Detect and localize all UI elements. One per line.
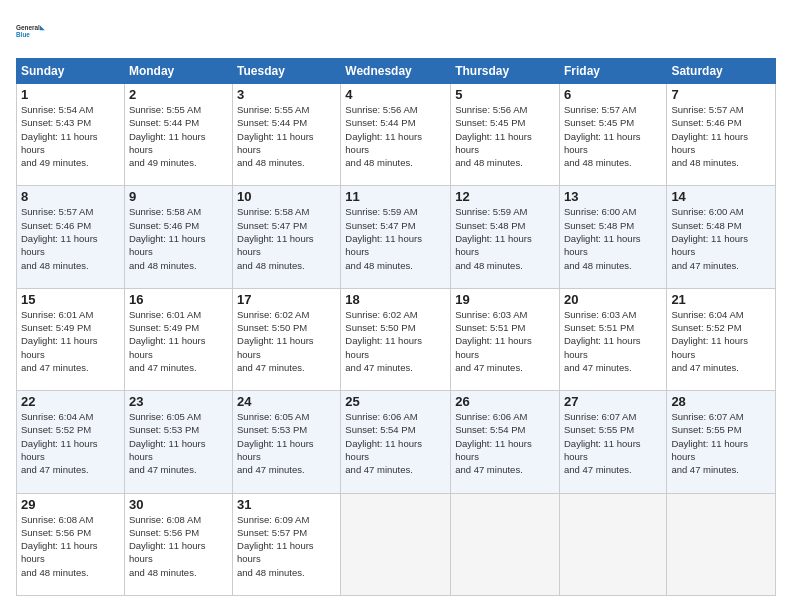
day-info-line: Daylight: 11 hours hours — [237, 437, 336, 464]
day-info-line: and 48 minutes. — [21, 566, 120, 579]
day-info: Sunrise: 6:05 AMSunset: 5:53 PMDaylight:… — [129, 410, 228, 476]
day-header-wednesday: Wednesday — [341, 59, 451, 84]
calendar-week-4: 22 Sunrise: 6:04 AMSunset: 5:52 PMDaylig… — [17, 391, 776, 493]
day-info-line: Sunrise: 6:02 AM — [237, 308, 336, 321]
calendar-week-2: 8 Sunrise: 5:57 AMSunset: 5:46 PMDayligh… — [17, 186, 776, 288]
day-info-line: Daylight: 11 hours hours — [564, 334, 662, 361]
day-info-line: Daylight: 11 hours hours — [21, 437, 120, 464]
day-number: 22 — [21, 394, 120, 409]
logo-icon: GeneralBlue — [16, 16, 48, 48]
calendar-cell: 13 Sunrise: 6:00 AMSunset: 5:48 PMDaylig… — [559, 186, 666, 288]
day-info-line: Sunrise: 6:00 AM — [564, 205, 662, 218]
day-info: Sunrise: 6:02 AMSunset: 5:50 PMDaylight:… — [345, 308, 446, 374]
day-info-line: and 47 minutes. — [564, 361, 662, 374]
day-info-line: Sunset: 5:54 PM — [345, 423, 446, 436]
day-info-line: Daylight: 11 hours hours — [237, 539, 336, 566]
day-number: 28 — [671, 394, 771, 409]
calendar-cell: 23 Sunrise: 6:05 AMSunset: 5:53 PMDaylig… — [124, 391, 232, 493]
day-info-line: Daylight: 11 hours hours — [564, 232, 662, 259]
day-number: 19 — [455, 292, 555, 307]
calendar-cell: 7 Sunrise: 5:57 AMSunset: 5:46 PMDayligh… — [667, 84, 776, 186]
day-info-line: Sunset: 5:48 PM — [564, 219, 662, 232]
day-info-line: Daylight: 11 hours hours — [129, 232, 228, 259]
day-info-line: Sunset: 5:48 PM — [455, 219, 555, 232]
day-info-line: Daylight: 11 hours hours — [671, 437, 771, 464]
day-info-line: and 47 minutes. — [21, 361, 120, 374]
day-info-line: Sunrise: 6:05 AM — [129, 410, 228, 423]
day-info-line: Sunrise: 5:57 AM — [21, 205, 120, 218]
day-info-line: Sunrise: 6:03 AM — [564, 308, 662, 321]
day-info-line: Sunrise: 6:09 AM — [237, 513, 336, 526]
calendar-cell: 12 Sunrise: 5:59 AMSunset: 5:48 PMDaylig… — [451, 186, 560, 288]
day-info-line: Daylight: 11 hours hours — [671, 232, 771, 259]
day-info-line: Daylight: 11 hours hours — [129, 539, 228, 566]
calendar-cell: 16 Sunrise: 6:01 AMSunset: 5:49 PMDaylig… — [124, 288, 232, 390]
day-info-line: Sunrise: 5:57 AM — [671, 103, 771, 116]
day-info-line: and 48 minutes. — [237, 566, 336, 579]
day-info-line: and 47 minutes. — [21, 463, 120, 476]
day-info: Sunrise: 5:55 AMSunset: 5:44 PMDaylight:… — [237, 103, 336, 169]
day-info-line: Sunset: 5:53 PM — [237, 423, 336, 436]
day-info-line: Sunset: 5:44 PM — [345, 116, 446, 129]
day-info-line: and 49 minutes. — [129, 156, 228, 169]
calendar-cell: 10 Sunrise: 5:58 AMSunset: 5:47 PMDaylig… — [233, 186, 341, 288]
day-info-line: Sunset: 5:45 PM — [455, 116, 555, 129]
day-info-line: Sunset: 5:46 PM — [21, 219, 120, 232]
day-info-line: and 48 minutes. — [455, 156, 555, 169]
svg-text:General: General — [16, 24, 40, 31]
day-info-line: and 47 minutes. — [345, 361, 446, 374]
day-info-line: Sunrise: 5:56 AM — [345, 103, 446, 116]
day-info-line: and 47 minutes. — [129, 463, 228, 476]
day-info-line: Daylight: 11 hours hours — [455, 130, 555, 157]
day-info-line: and 47 minutes. — [455, 463, 555, 476]
day-info-line: Daylight: 11 hours hours — [455, 334, 555, 361]
calendar-cell: 26 Sunrise: 6:06 AMSunset: 5:54 PMDaylig… — [451, 391, 560, 493]
calendar-cell — [341, 493, 451, 595]
day-info-line: Sunrise: 6:03 AM — [455, 308, 555, 321]
day-info: Sunrise: 6:07 AMSunset: 5:55 PMDaylight:… — [564, 410, 662, 476]
day-info-line: Sunrise: 6:02 AM — [345, 308, 446, 321]
day-header-monday: Monday — [124, 59, 232, 84]
logo: GeneralBlue — [16, 16, 48, 48]
day-info-line: Sunset: 5:46 PM — [129, 219, 228, 232]
day-info-line: Daylight: 11 hours hours — [345, 130, 446, 157]
calendar-cell: 31 Sunrise: 6:09 AMSunset: 5:57 PMDaylig… — [233, 493, 341, 595]
day-info-line: Sunrise: 5:55 AM — [129, 103, 228, 116]
day-info-line: Sunset: 5:46 PM — [671, 116, 771, 129]
calendar-cell: 14 Sunrise: 6:00 AMSunset: 5:48 PMDaylig… — [667, 186, 776, 288]
day-info-line: and 48 minutes. — [237, 259, 336, 272]
day-info-line: Daylight: 11 hours hours — [455, 232, 555, 259]
day-info: Sunrise: 5:55 AMSunset: 5:44 PMDaylight:… — [129, 103, 228, 169]
day-info-line: Sunset: 5:51 PM — [564, 321, 662, 334]
day-info-line: Sunset: 5:57 PM — [237, 526, 336, 539]
day-info-line: Sunrise: 6:08 AM — [129, 513, 228, 526]
day-info-line: Sunrise: 6:07 AM — [564, 410, 662, 423]
day-info: Sunrise: 6:04 AMSunset: 5:52 PMDaylight:… — [21, 410, 120, 476]
day-info-line: Sunset: 5:52 PM — [21, 423, 120, 436]
day-info-line: Daylight: 11 hours hours — [21, 334, 120, 361]
header: GeneralBlue — [16, 16, 776, 48]
calendar-cell — [451, 493, 560, 595]
day-info-line: and 48 minutes. — [564, 156, 662, 169]
calendar-week-1: 1 Sunrise: 5:54 AMSunset: 5:43 PMDayligh… — [17, 84, 776, 186]
day-info: Sunrise: 6:04 AMSunset: 5:52 PMDaylight:… — [671, 308, 771, 374]
day-info-line: Sunrise: 5:57 AM — [564, 103, 662, 116]
calendar-cell: 28 Sunrise: 6:07 AMSunset: 5:55 PMDaylig… — [667, 391, 776, 493]
day-info-line: Daylight: 11 hours hours — [21, 539, 120, 566]
day-info-line: Sunrise: 6:08 AM — [21, 513, 120, 526]
day-number: 31 — [237, 497, 336, 512]
day-info: Sunrise: 6:09 AMSunset: 5:57 PMDaylight:… — [237, 513, 336, 579]
day-info-line: and 48 minutes. — [455, 259, 555, 272]
day-info-line: Sunrise: 6:04 AM — [671, 308, 771, 321]
day-info-line: Daylight: 11 hours hours — [237, 334, 336, 361]
day-info: Sunrise: 6:08 AMSunset: 5:56 PMDaylight:… — [129, 513, 228, 579]
day-info: Sunrise: 6:03 AMSunset: 5:51 PMDaylight:… — [564, 308, 662, 374]
day-info-line: Sunrise: 6:06 AM — [455, 410, 555, 423]
day-info-line: and 47 minutes. — [455, 361, 555, 374]
day-info-line: Daylight: 11 hours hours — [237, 232, 336, 259]
day-info: Sunrise: 5:58 AMSunset: 5:47 PMDaylight:… — [237, 205, 336, 271]
day-number: 26 — [455, 394, 555, 409]
day-info: Sunrise: 5:58 AMSunset: 5:46 PMDaylight:… — [129, 205, 228, 271]
day-info-line: Daylight: 11 hours hours — [237, 130, 336, 157]
day-info-line: and 48 minutes. — [129, 566, 228, 579]
